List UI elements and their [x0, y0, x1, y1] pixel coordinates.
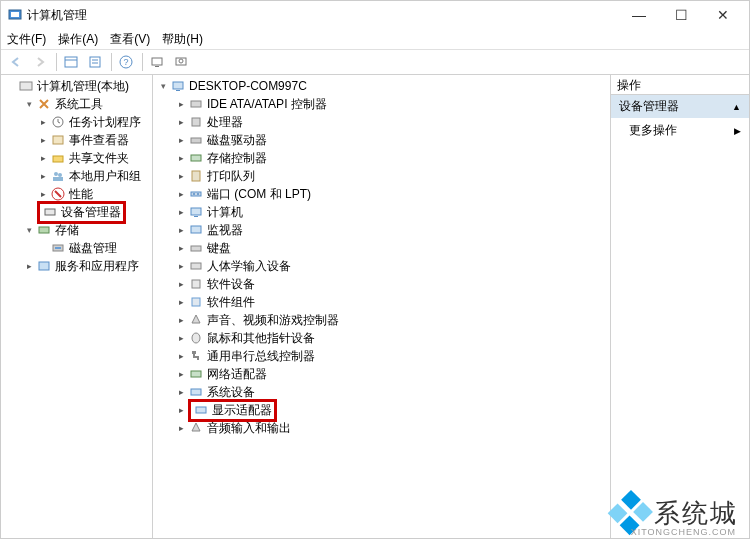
device-root[interactable]: DESKTOP-COM997C: [153, 77, 610, 95]
svg-rect-16: [53, 156, 63, 162]
tree-device-manager[interactable]: 设备管理器: [33, 203, 152, 221]
tree-root-computer-management[interactable]: 计算机管理(本地): [1, 77, 152, 95]
expand-icon[interactable]: [175, 296, 187, 308]
svg-rect-36: [191, 208, 201, 215]
expand-icon[interactable]: [37, 116, 49, 128]
device-icon: [188, 420, 204, 436]
device-item[interactable]: 监视器: [171, 221, 610, 239]
expand-icon[interactable]: [175, 116, 187, 128]
expand-icon[interactable]: [37, 170, 49, 182]
svg-rect-39: [191, 246, 201, 251]
expand-icon[interactable]: [175, 242, 187, 254]
tree-shared-folders[interactable]: 共享文件夹: [33, 149, 152, 167]
menu-help[interactable]: 帮助(H): [162, 31, 203, 48]
svg-rect-21: [45, 209, 55, 215]
forward-button[interactable]: [29, 51, 51, 73]
device-item[interactable]: 软件设备: [171, 275, 610, 293]
device-item[interactable]: 显示适配器: [171, 401, 610, 419]
tree-event-viewer[interactable]: 事件查看器: [33, 131, 152, 149]
device-icon: [188, 294, 204, 310]
expand-icon[interactable]: [175, 278, 187, 290]
svg-rect-41: [192, 280, 200, 288]
expand-icon[interactable]: [175, 188, 187, 200]
svg-rect-22: [39, 227, 49, 233]
maximize-button[interactable]: ☐: [661, 2, 701, 28]
expand-icon[interactable]: [157, 80, 169, 92]
device-item[interactable]: 计算机: [171, 203, 610, 221]
device-icon: [188, 330, 204, 346]
menu-file[interactable]: 文件(F): [7, 31, 46, 48]
expand-icon[interactable]: [37, 134, 49, 146]
minimize-button[interactable]: —: [619, 2, 659, 28]
expand-icon[interactable]: [175, 206, 187, 218]
tree-storage[interactable]: 存储: [19, 221, 152, 239]
tree-task-scheduler[interactable]: 任务计划程序: [33, 113, 152, 131]
menu-action[interactable]: 操作(A): [58, 31, 98, 48]
svg-point-34: [193, 193, 195, 195]
computer-icon[interactable]: [146, 51, 168, 73]
close-button[interactable]: ✕: [703, 2, 743, 28]
expand-icon[interactable]: [175, 332, 187, 344]
menu-view[interactable]: 查看(V): [110, 31, 150, 48]
svg-rect-9: [152, 58, 162, 65]
svg-rect-24: [55, 247, 61, 249]
help-button[interactable]: ?: [115, 51, 137, 73]
tree-system-tools[interactable]: 系统工具: [19, 95, 152, 113]
expand-icon[interactable]: [175, 134, 187, 146]
svg-rect-29: [192, 118, 200, 126]
expand-icon[interactable]: [175, 350, 187, 362]
device-item[interactable]: 磁盘驱动器: [171, 131, 610, 149]
tree-local-users[interactable]: 本地用户和组: [33, 167, 152, 185]
actions-title[interactable]: 设备管理器 ▲: [611, 95, 749, 118]
tree-services-apps[interactable]: 服务和应用程序: [19, 257, 152, 275]
expand-icon[interactable]: [175, 368, 187, 380]
device-item[interactable]: 打印队列: [171, 167, 610, 185]
expand-icon[interactable]: [37, 188, 49, 200]
device-item[interactable]: 通用串行总线控制器: [171, 347, 610, 365]
device-item[interactable]: 鼠标和其他指针设备: [171, 329, 610, 347]
device-item[interactable]: 人体学输入设备: [171, 257, 610, 275]
device-item[interactable]: 软件组件: [171, 293, 610, 311]
share-icon: [50, 150, 66, 166]
collapse-icon[interactable]: ▲: [732, 102, 741, 112]
expand-icon[interactable]: [175, 260, 187, 272]
expand-icon[interactable]: [175, 152, 187, 164]
back-button[interactable]: [5, 51, 27, 73]
scan-button[interactable]: [170, 51, 192, 73]
services-icon: [36, 258, 52, 274]
properties-button[interactable]: [84, 51, 106, 73]
expand-icon[interactable]: [175, 422, 187, 434]
tree-disk-management[interactable]: 磁盘管理: [33, 239, 152, 257]
device-item[interactable]: IDE ATA/ATAPI 控制器: [171, 95, 610, 113]
svg-point-43: [192, 333, 200, 343]
device-icon: [188, 132, 204, 148]
expand-icon[interactable]: [23, 98, 35, 110]
more-actions[interactable]: 更多操作 ▶: [611, 118, 749, 143]
expand-icon[interactable]: [175, 224, 187, 236]
expand-icon[interactable]: [175, 170, 187, 182]
svg-rect-26: [173, 82, 183, 89]
device-item[interactable]: 处理器: [171, 113, 610, 131]
device-item[interactable]: 键盘: [171, 239, 610, 257]
expand-icon[interactable]: [175, 98, 187, 110]
users-icon: [50, 168, 66, 184]
expand-icon[interactable]: [175, 314, 187, 326]
svg-rect-28: [191, 101, 201, 107]
expand-icon[interactable]: [175, 386, 187, 398]
device-item[interactable]: 音频输入和输出: [171, 419, 610, 437]
device-item[interactable]: 声音、视频和游戏控制器: [171, 311, 610, 329]
expand-icon[interactable]: [37, 152, 49, 164]
expand-icon[interactable]: [175, 404, 187, 416]
svg-rect-31: [191, 155, 201, 161]
device-item[interactable]: 存储控制器: [171, 149, 610, 167]
clock-icon: [50, 114, 66, 130]
expand-icon[interactable]: [23, 224, 35, 236]
device-item[interactable]: 网络适配器: [171, 365, 610, 383]
expand-icon[interactable]: [23, 260, 35, 272]
svg-rect-32: [192, 171, 200, 181]
svg-rect-37: [194, 216, 198, 217]
device-item[interactable]: 端口 (COM 和 LPT): [171, 185, 610, 203]
device-icon: [188, 186, 204, 202]
svg-rect-42: [192, 298, 200, 306]
view-button[interactable]: [60, 51, 82, 73]
